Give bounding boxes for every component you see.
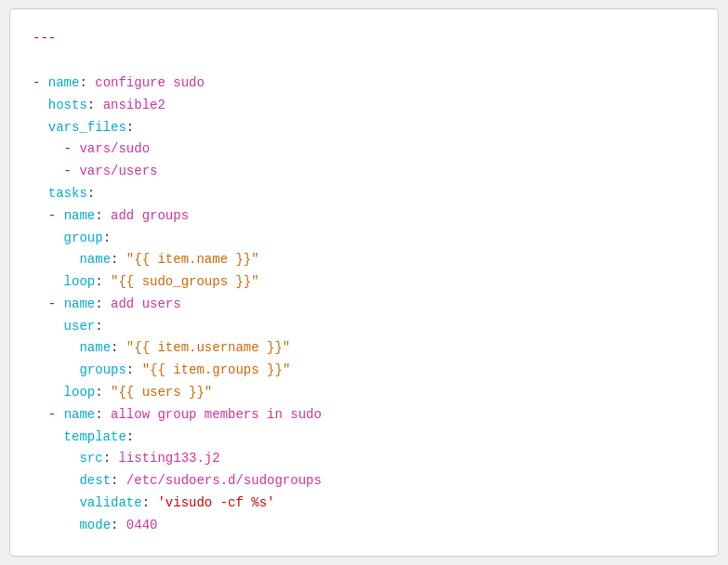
code-token: "{{ item.groups }}" bbox=[142, 362, 291, 377]
code-token: add users bbox=[111, 296, 181, 311]
code-token: : bbox=[103, 451, 119, 466]
code-line: tasks: bbox=[33, 183, 695, 205]
code-token: : bbox=[142, 495, 158, 510]
code-token: : bbox=[79, 75, 95, 90]
code-token bbox=[33, 473, 79, 488]
code-token bbox=[33, 407, 48, 422]
code-token: vars/users bbox=[79, 164, 157, 178]
code-token: - bbox=[64, 164, 80, 178]
code-line: name: "{{ item.name }}" bbox=[33, 249, 695, 271]
code-token bbox=[33, 385, 64, 400]
code-token: : bbox=[87, 98, 103, 112]
code-token: 0440 bbox=[126, 518, 158, 532]
code-line: - name: configure sudo bbox=[33, 72, 695, 95]
code-token bbox=[33, 495, 79, 510]
code-token: src bbox=[79, 451, 102, 466]
code-token bbox=[33, 518, 79, 532]
code-token: template bbox=[64, 429, 126, 444]
code-token: name bbox=[64, 208, 96, 223]
code-token: name bbox=[79, 340, 111, 355]
code-token bbox=[33, 98, 48, 112]
code-token: : bbox=[95, 319, 102, 334]
code-token bbox=[33, 296, 48, 311]
code-token: : bbox=[95, 296, 111, 311]
code-token: name bbox=[64, 407, 96, 422]
code-token: : bbox=[126, 429, 134, 444]
code-token: "{{ item.username }}" bbox=[126, 340, 290, 355]
code-token bbox=[33, 120, 48, 135]
code-token bbox=[33, 340, 79, 355]
code-line: name: "{{ item.username }}" bbox=[33, 337, 695, 360]
code-token: : bbox=[95, 385, 111, 400]
code-token: - bbox=[33, 75, 48, 90]
code-line: loop: "{{ sudo_groups }}" bbox=[33, 271, 695, 294]
code-token bbox=[33, 451, 79, 466]
code-token: vars/sudo bbox=[79, 141, 150, 156]
code-line: --- bbox=[33, 28, 695, 50]
code-token: groups bbox=[79, 362, 126, 377]
code-token: "{{ sudo_groups }}" bbox=[111, 274, 259, 289]
code-token: : bbox=[103, 230, 111, 245]
code-line: validate: 'visudo -cf %s' bbox=[33, 493, 695, 515]
code-token: allow group members in sudo bbox=[111, 407, 322, 422]
code-line bbox=[33, 50, 695, 72]
code-token: tasks bbox=[48, 186, 87, 201]
code-token: add groups bbox=[111, 208, 189, 223]
code-token: : bbox=[111, 473, 126, 488]
code-token: "{{ users }}" bbox=[111, 385, 212, 400]
code-token: "{{ item.name }}" bbox=[126, 252, 259, 267]
code-token: - bbox=[48, 407, 64, 422]
code-token: ansible2 bbox=[103, 98, 165, 112]
code-token: : bbox=[87, 186, 95, 201]
code-token bbox=[33, 252, 79, 267]
code-token: - bbox=[64, 141, 80, 156]
code-token: listing133.j2 bbox=[118, 451, 219, 466]
code-token: 'visudo -cf %s' bbox=[157, 495, 274, 510]
code-token: : bbox=[126, 120, 134, 135]
code-line: dest: /etc/sudoers.d/sudogroups bbox=[33, 470, 695, 493]
code-line: - vars/users bbox=[33, 161, 695, 183]
code-token: - bbox=[48, 208, 64, 223]
code-token: dest bbox=[79, 473, 111, 488]
code-token bbox=[33, 319, 64, 334]
code-token bbox=[33, 362, 79, 377]
code-container: --- - name: configure sudo hosts: ansibl… bbox=[9, 8, 719, 556]
code-token bbox=[33, 186, 48, 201]
code-token: : bbox=[111, 252, 126, 267]
code-token: : bbox=[126, 362, 142, 377]
code-token: name bbox=[64, 296, 96, 311]
code-line: user: bbox=[33, 316, 695, 338]
code-token bbox=[33, 274, 64, 289]
code-token bbox=[33, 208, 48, 223]
code-line: group: bbox=[33, 228, 695, 250]
code-block: --- - name: configure sudo hosts: ansibl… bbox=[33, 28, 695, 536]
code-line: template: bbox=[33, 427, 695, 449]
code-token: group bbox=[64, 230, 103, 245]
code-line: - name: allow group members in sudo bbox=[33, 404, 695, 427]
code-token: hosts bbox=[48, 98, 87, 112]
code-token: : bbox=[95, 208, 111, 223]
code-token: - bbox=[48, 296, 64, 311]
code-token: : bbox=[95, 407, 111, 422]
code-line: - name: add groups bbox=[33, 205, 695, 228]
code-line: vars_files: bbox=[33, 117, 695, 139]
code-token: user bbox=[64, 319, 96, 334]
code-token: configure sudo bbox=[95, 75, 205, 90]
code-line: src: listing133.j2 bbox=[33, 448, 695, 470]
code-line: hosts: ansible2 bbox=[33, 95, 695, 117]
code-line: groups: "{{ item.groups }}" bbox=[33, 360, 695, 382]
code-token: name bbox=[79, 252, 111, 267]
code-token bbox=[33, 164, 64, 178]
code-token: validate bbox=[79, 495, 141, 510]
code-token bbox=[33, 230, 64, 245]
code-token: vars_files bbox=[48, 120, 126, 135]
code-token: loop bbox=[64, 274, 96, 289]
code-token: name bbox=[48, 75, 80, 90]
code-token: /etc/sudoers.d/sudogroups bbox=[126, 473, 322, 488]
code-token: loop bbox=[64, 385, 96, 400]
code-token: : bbox=[111, 340, 126, 355]
code-token: mode bbox=[79, 518, 111, 532]
code-line: - name: add users bbox=[33, 294, 695, 316]
code-token bbox=[33, 141, 64, 156]
code-line: loop: "{{ users }}" bbox=[33, 382, 695, 404]
